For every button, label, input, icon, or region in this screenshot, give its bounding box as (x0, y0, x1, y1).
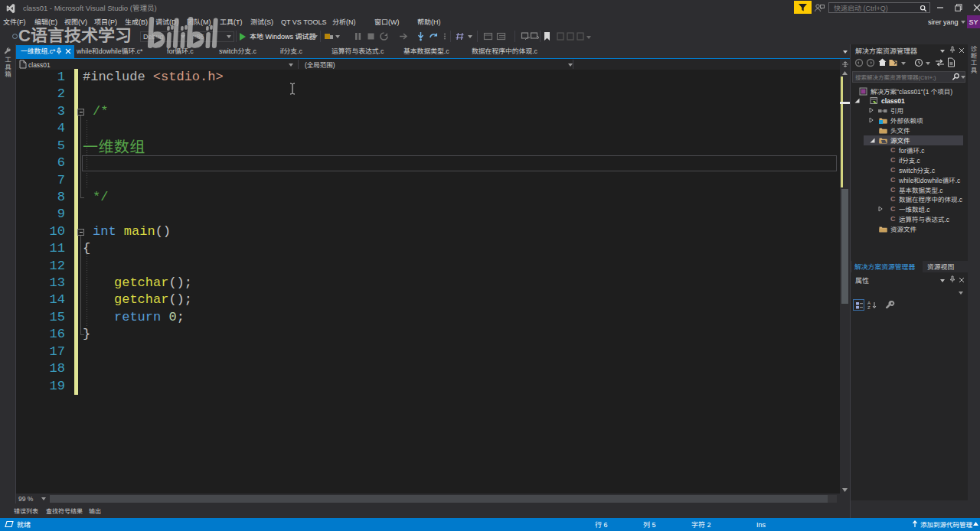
svg-text:Z: Z (867, 305, 871, 310)
